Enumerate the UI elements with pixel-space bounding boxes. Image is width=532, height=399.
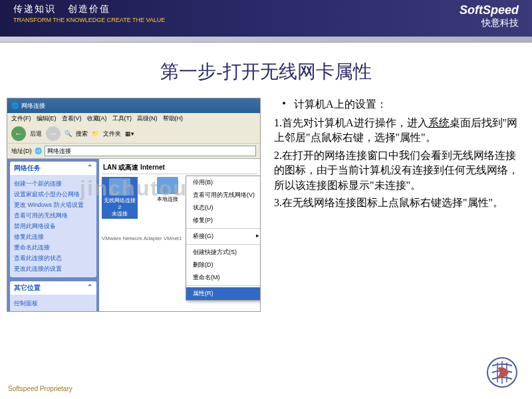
- panel-header-tasks[interactable]: 网络任务⌃: [10, 162, 96, 175]
- sidebar-item[interactable]: 修复此连接: [14, 232, 92, 241]
- toolbar[interactable]: ← 后退 → 🔍搜索 📁文件夹 ▦▾: [7, 124, 260, 144]
- network-adapter-icon: [157, 177, 178, 194]
- slide-title: 第一步-打开无线网卡属性: [0, 59, 532, 84]
- slide-header: 传递知识 创造价值 TRANSFORM THE KNOWLEDGE CREATE…: [0, 0, 532, 37]
- group-header: LAN 或高速 Internet: [102, 162, 257, 174]
- network-icon: 🌐: [35, 148, 42, 154]
- system-link[interactable]: 系统: [428, 117, 450, 128]
- screenshot-embed: 🌐 网络连接 文件(F)编辑(E)查看(V)收藏(A)工具(T)高级(N)帮助(…: [7, 98, 261, 312]
- footer-text: Softspeed Proprietary: [8, 385, 72, 392]
- header-strip: [0, 37, 532, 43]
- main-pane: LAN 或高速 Internet 无线网络连接 2 未连接 本地连接 1394 …: [99, 159, 260, 312]
- ctx-item-properties[interactable]: 属性(R): [186, 287, 261, 300]
- ctx-item-shortcut[interactable]: 创建快捷方式(S): [186, 246, 261, 259]
- company-logo-icon: [485, 356, 519, 389]
- ctx-separator: [186, 228, 261, 229]
- header-brand: SoftSpeed 快意科技: [460, 3, 519, 33]
- header-left: 传递知识 创造价值 TRANSFORM THE KNOWLEDGE CREATE…: [13, 3, 165, 33]
- ctx-item-disable[interactable]: 停用(B): [186, 176, 261, 189]
- sidebar-item[interactable]: 查看可用的无线网络: [14, 211, 92, 220]
- menubar[interactable]: 文件(F)编辑(E)查看(V)收藏(A)工具(T)高级(N)帮助(H): [7, 113, 260, 124]
- sidebar: 网络任务⌃ 创建一个新的连接 设置家庭或小型办公网络 更改 Windows 防火…: [7, 159, 99, 312]
- network-adapter-icon: [109, 178, 130, 196]
- context-menu: 停用(B) 查看可用的无线网络(V) 状态(U) 修复(P) 桥接(G) 创建快…: [186, 176, 261, 301]
- sidebar-item[interactable]: 更改此连接的设置: [14, 264, 92, 273]
- connection-icon-wireless[interactable]: 无线网络连接 2 未连接: [102, 177, 138, 219]
- address-input[interactable]: [45, 146, 257, 156]
- panel-header-other[interactable]: 其它位置⌃: [10, 281, 96, 295]
- ctx-item-status[interactable]: 状态(U): [186, 201, 261, 214]
- ctx-item-repair[interactable]: 修复(P): [186, 214, 261, 227]
- instructions: •计算机A上的设置： 1.首先对计算机A进行操作，进入系统桌面后找到"网上邻居"…: [261, 98, 525, 312]
- back-button[interactable]: ←: [11, 126, 26, 141]
- ctx-item-bridge[interactable]: 桥接(G): [186, 230, 261, 243]
- address-bar: 地址(D) 🌐: [7, 144, 260, 159]
- sidebar-item[interactable]: 控制面板: [14, 299, 92, 308]
- ctx-separator: [186, 244, 261, 245]
- connection-icon-lan[interactable]: 本地连接: [151, 177, 184, 219]
- search-icon[interactable]: 🔍: [65, 130, 72, 137]
- ctx-item-view-wireless[interactable]: 查看可用的无线网络(V): [186, 189, 261, 201]
- window-titlebar: 🌐 网络连接: [7, 98, 260, 113]
- sidebar-item[interactable]: 重命名此连接: [14, 243, 92, 252]
- sidebar-item[interactable]: 网上邻居: [14, 309, 92, 312]
- forward-button[interactable]: →: [46, 126, 61, 141]
- ctx-separator: [186, 285, 261, 286]
- sidebar-item[interactable]: 创建一个新的连接: [14, 179, 92, 188]
- folders-icon[interactable]: 📁: [92, 130, 99, 137]
- ctx-item-delete[interactable]: 删除(D): [186, 259, 261, 271]
- views-icon[interactable]: ▦▾: [125, 130, 134, 137]
- network-icon: 🌐: [11, 102, 19, 109]
- sidebar-item[interactable]: 设置家庭或小型办公网络: [14, 190, 92, 199]
- ctx-item-rename[interactable]: 重命名(M): [186, 271, 261, 284]
- sidebar-item[interactable]: 更改 Windows 防火墙设置: [14, 200, 92, 209]
- sidebar-item[interactable]: 禁用此网络设备: [14, 221, 92, 231]
- sidebar-item[interactable]: 查看此连接的状态: [14, 253, 92, 263]
